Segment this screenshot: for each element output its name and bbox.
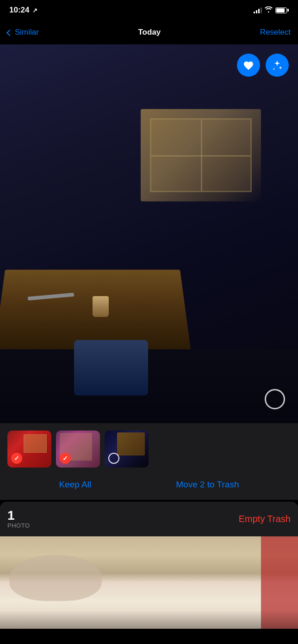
thumb-1-window [24, 434, 47, 453]
back-label: Similar [15, 28, 39, 37]
battery-body [275, 7, 287, 13]
preview-photo [0, 536, 298, 629]
thumbnail-1[interactable]: ✓ [7, 431, 51, 468]
photo-count-label: PHOTO [7, 522, 30, 529]
status-icons [254, 6, 289, 14]
status-time: 10:24 ↗ [9, 6, 37, 15]
battery-tip [287, 9, 289, 12]
thumbnail-2[interactable]: ✓ [56, 431, 100, 468]
signal-bar-4 [261, 7, 262, 13]
circle-select-button[interactable] [265, 389, 285, 409]
trash-section: 1 PHOTO Empty Trash [0, 502, 298, 536]
thumbnail-list: ✓ ✓ [7, 431, 291, 468]
main-photo [0, 44, 298, 423]
wifi-icon [265, 6, 273, 14]
signal-bar-3 [258, 9, 260, 13]
window-divider-v [201, 120, 202, 191]
thumb-2-check: ✓ [60, 453, 71, 464]
thumb-1-check: ✓ [11, 453, 22, 464]
thumb-3-desk [117, 432, 145, 456]
main-photo-container [0, 44, 298, 423]
nav-title: Today [138, 28, 161, 37]
signal-bars [254, 7, 262, 13]
empty-trash-button[interactable]: Empty Trash [239, 514, 291, 524]
magic-button[interactable] [266, 54, 289, 77]
nav-bar: Similar Today Reselect [0, 20, 298, 44]
keep-all-button[interactable]: Keep All [50, 477, 101, 492]
favorite-button[interactable] [237, 54, 260, 77]
time-text: 10:24 [9, 6, 29, 15]
photo-count: 1 PHOTO [7, 509, 30, 529]
storage-bin [74, 340, 148, 395]
battery-icon [275, 7, 289, 13]
window-frame [150, 118, 252, 192]
location-icon: ↗ [32, 7, 37, 14]
floor [0, 349, 298, 423]
battery-fill [276, 8, 285, 12]
signal-bar-1 [254, 12, 255, 13]
preview-overlay [0, 610, 298, 629]
action-buttons [237, 54, 289, 77]
photo-count-number: 1 [7, 509, 30, 522]
signal-bar-2 [256, 10, 257, 13]
move-to-trash-button[interactable]: Move 2 to Trash [167, 477, 248, 492]
back-button[interactable]: Similar [7, 28, 39, 37]
thumbnail-actions: Keep All Move 2 to Trash [7, 475, 291, 494]
thumb-3-circle [108, 453, 119, 464]
trash-info: 1 PHOTO Empty Trash [7, 509, 291, 529]
mug [93, 296, 109, 317]
reselect-button[interactable]: Reselect [260, 28, 291, 37]
chevron-left-icon [6, 29, 13, 36]
preview-person [9, 555, 102, 601]
status-bar: 10:24 ↗ [0, 0, 298, 20]
thumbnail-strip: ✓ ✓ Keep All Move 2 to Trash [0, 423, 298, 500]
thumbnail-3[interactable] [105, 431, 149, 468]
